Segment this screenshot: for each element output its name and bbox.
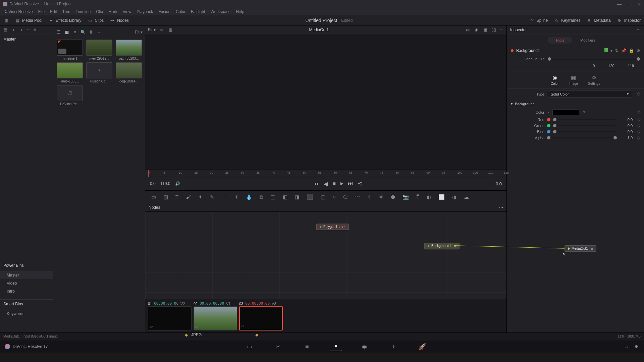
menu-workspace[interactable]: Workspace [211, 9, 231, 14]
thumb-river[interactable]: river-29519... [86, 40, 113, 60]
view-opt1-icon[interactable]: ▭ [159, 27, 164, 33]
mode-image[interactable]: ▦Image [569, 74, 578, 85]
alpha-slider[interactable] [553, 137, 615, 138]
home-icon[interactable]: ⌂ [624, 344, 629, 349]
type-select[interactable]: Solid Color▾ [548, 90, 632, 98]
page-fairlight[interactable]: ♪ [387, 342, 399, 351]
viewer-grid-icon[interactable]: ▦ [482, 27, 488, 33]
layout-icon[interactable]: ▥ [3, 18, 9, 23]
node-versions-icon[interactable]: ▾ [610, 48, 612, 53]
tool-merge-icon[interactable]: ⧉ [260, 194, 263, 200]
tool-text-icon[interactable]: T [175, 194, 178, 200]
menu-playback[interactable]: Playback [137, 9, 153, 14]
menu-file[interactable]: File [38, 9, 45, 14]
node-polygon1[interactable]: Polygon1▸ ◂ ▪ [316, 224, 349, 230]
tool-brush-icon[interactable]: 🖌 [186, 194, 191, 200]
node-color-swatch[interactable] [604, 48, 608, 52]
menu-timeline[interactable]: Timeline [75, 9, 91, 14]
tool-shape3d-icon[interactable]: ◐ [427, 194, 431, 200]
blue-slider[interactable] [553, 131, 615, 132]
viewer-dual-icon[interactable]: ▯▯ [491, 27, 496, 33]
menu-view[interactable]: View [123, 9, 131, 14]
view-strip-icon[interactable]: ≡ [72, 29, 77, 35]
bin-intro[interactable]: Intro [0, 287, 53, 295]
thumb-dog[interactable]: dog-18014... [115, 62, 143, 83]
search-icon[interactable]: 🔍 [80, 29, 86, 35]
node-background1[interactable]: Background1 [424, 243, 460, 249]
menu-mark[interactable]: Mark [108, 9, 117, 14]
global-in-value[interactable]: 0 [593, 64, 595, 68]
node-reset-icon[interactable]: ↻ [615, 48, 619, 53]
global-inout-slider[interactable] [548, 59, 640, 60]
tool-tracker-icon[interactable]: ✦ [198, 194, 203, 200]
view-list-icon[interactable]: ☰ [56, 29, 61, 35]
menu-color[interactable]: Color [176, 9, 185, 14]
bin-keywords[interactable]: Keywords [0, 310, 53, 318]
sort-icon[interactable]: ⇅ [88, 29, 94, 35]
keyframes-button[interactable]: ◇Keyframes [554, 18, 580, 23]
page-edit[interactable]: ≡ [301, 342, 313, 351]
tool-mask-icon[interactable]: ◧ [283, 194, 287, 200]
tool-pen-icon[interactable]: ✎ [210, 194, 214, 200]
global-out-value[interactable]: 119 [628, 64, 634, 68]
tool-camera-icon[interactable]: 📷 [402, 194, 409, 200]
fit-select[interactable]: Fit ▾ [148, 27, 156, 32]
tool-resize-icon[interactable]: ⬛ [307, 194, 313, 200]
tool-rect-icon[interactable]: ▢ [321, 194, 325, 200]
view-grid-icon[interactable]: ▦ [64, 29, 69, 35]
tool-prender-icon[interactable]: ❋ [379, 194, 383, 200]
metadata-button[interactable]: ≡Metadata [587, 18, 611, 23]
thumb-timeline1[interactable]: Timeline 1 [56, 40, 84, 60]
tab-tools[interactable]: Tools [547, 37, 572, 44]
close-button[interactable]: ✕ [638, 2, 641, 7]
inspector-button[interactable]: ⚙Inspector [617, 18, 641, 23]
tool-wand-icon[interactable]: ⟋ [222, 194, 227, 200]
tool-3d-icon[interactable]: ⬢ [391, 194, 395, 200]
media-pool-button[interactable]: ▦Media Pool [15, 18, 42, 23]
step-back-button[interactable]: ◀ [324, 181, 328, 187]
tool-blur-icon[interactable]: 💧 [246, 194, 252, 200]
inspector-menu-icon[interactable]: ⋯ [637, 27, 641, 32]
time-ruler[interactable]: 0510152025303540455055606570758085909510… [145, 170, 506, 177]
menu-fairlight[interactable]: Fairlight [191, 9, 205, 14]
tool-light-icon[interactable]: ☀ [234, 194, 238, 200]
page-media[interactable]: ▭ [243, 342, 255, 351]
clip-01[interactable]: 0100:00:00:00V2▱ [148, 301, 192, 330]
node-settings-icon[interactable]: ⊕ [637, 48, 640, 53]
tool-poly-icon[interactable]: ⬠ [343, 194, 347, 200]
thumb-fusion[interactable]: ✦Fusion Co... [86, 62, 113, 83]
fit-dropdown[interactable]: Fit ▾ [135, 30, 143, 35]
page-deliver[interactable]: 🚀 [416, 342, 428, 351]
loop-button[interactable]: ⟲ [358, 181, 362, 187]
tool-paint-icon[interactable]: ▨ [163, 194, 168, 200]
tool-text3d-icon[interactable]: Ť [416, 194, 419, 200]
play-button[interactable] [340, 181, 343, 187]
red-slider[interactable] [553, 119, 615, 120]
menu-fusion[interactable]: Fusion [158, 9, 170, 14]
viewer-channel-icon[interactable]: ◉ [474, 27, 479, 33]
menu-davinci[interactable]: DaVinci Resolve [3, 9, 33, 14]
eyedropper-icon[interactable]: ✎ [583, 110, 586, 115]
keyframe-diamond[interactable] [637, 92, 640, 96]
smart-bins-header[interactable]: Smart Bins [0, 299, 53, 308]
goto-end-button[interactable]: ⏭ [348, 181, 353, 187]
tool-ellipse-icon[interactable]: ○ [333, 194, 336, 200]
page-cut[interactable]: ✂ [272, 342, 284, 351]
project-settings-icon[interactable]: ⚙ [634, 344, 639, 349]
thumb-lamb[interactable]: lamb-1353... [56, 62, 84, 83]
goto-start-button[interactable]: ⏮ [314, 181, 319, 187]
record-dot[interactable] [34, 28, 36, 31]
tool-bg-icon[interactable]: ▭ [151, 194, 156, 200]
thumb-audio[interactable]: 🎵DaVinci Re... [56, 85, 84, 106]
view-opt2-icon[interactable]: ▥ [168, 27, 173, 33]
color-expand-icon[interactable]: › [548, 110, 549, 115]
page-color[interactable]: ◉ [359, 342, 371, 351]
color-keyframe-diamond[interactable] [637, 110, 640, 114]
viewer-split-icon[interactable]: ▭ [465, 27, 470, 33]
bin-master[interactable]: Master [0, 271, 53, 279]
thumb-path[interactable]: path-83203... [115, 40, 143, 60]
tool-xf-icon[interactable]: ⬚ [271, 194, 275, 200]
background-section[interactable]: ▾Background [507, 100, 644, 108]
nav-fwd-icon[interactable]: › [19, 27, 24, 33]
node-lock-icon[interactable]: 🔒 [629, 48, 634, 53]
